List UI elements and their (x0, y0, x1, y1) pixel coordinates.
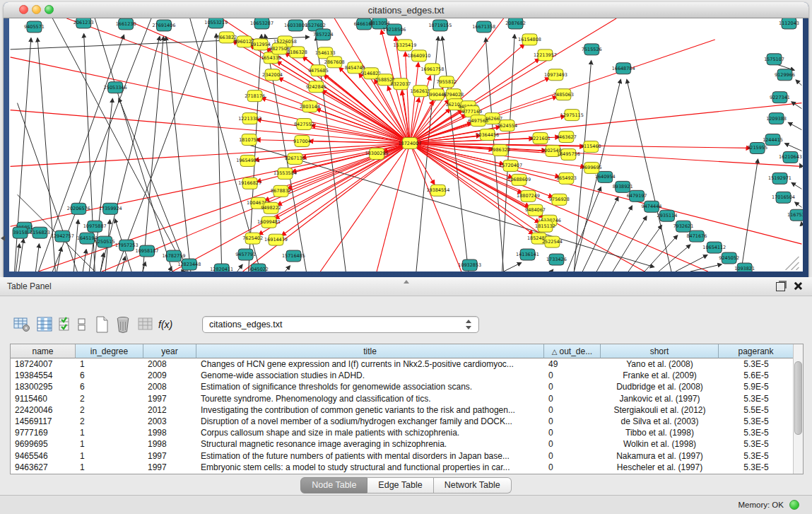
graph-node[interactable]: 9129966 (775, 69, 795, 81)
graph-edge-red[interactable] (410, 144, 801, 245)
column-visibility-icon[interactable] (35, 315, 54, 334)
graph-node[interactable]: 8221601 (530, 133, 551, 144)
graph-node[interactable]: 9405571 (24, 21, 45, 33)
graph-node[interactable]: 1156823 (30, 227, 50, 238)
table-panel-titlebar[interactable]: Table Panel (0, 277, 812, 296)
graph-node[interactable]: 15192971 (768, 173, 792, 184)
graph-edge-red[interactable] (11, 144, 410, 167)
graph-node[interactable]: 2522544 (542, 236, 563, 247)
column-header-pagerank[interactable]: pagerank (719, 344, 794, 358)
column-header-out_de[interactable]: △out_de... (544, 344, 601, 358)
graph-node[interactable]: 9484067 (525, 204, 546, 216)
table-settings-icon[interactable] (13, 315, 31, 334)
graph-edge-red[interactable] (11, 110, 410, 144)
graph-node[interactable]: 10932853 (458, 259, 481, 271)
graph-edge-red[interactable] (261, 98, 410, 144)
graph-edge-red[interactable] (377, 144, 410, 271)
graph-node[interactable]: 18640910 (407, 50, 430, 62)
graph-node[interactable]: 9115460 (581, 141, 601, 153)
graph-edge-black[interactable] (800, 164, 802, 168)
graph-node[interactable]: 7955812 (436, 76, 457, 88)
function-builder-icon[interactable]: f(x) (158, 315, 177, 334)
graph-node[interactable]: 27691406 (152, 20, 175, 31)
graph-node[interactable]: 9242845 (306, 81, 326, 93)
graph-edge-black[interactable] (796, 80, 801, 86)
float-panel-icon[interactable] (776, 282, 785, 291)
graph-node[interactable]: 1209388 (766, 113, 787, 124)
graph-edge-black[interactable] (795, 202, 802, 207)
graph-edge-black[interactable] (792, 183, 801, 189)
tab-node-table[interactable]: Node Table (300, 477, 367, 493)
table-row[interactable]: 969969511998Structural magnetic resonanc… (11, 438, 794, 450)
graph-node[interactable]: 1250515 (95, 236, 115, 247)
graph-node[interactable]: 7625402 (242, 233, 263, 244)
graph-node[interactable]: 12213383 (238, 113, 261, 124)
combo-stepper-icon[interactable] (464, 319, 472, 330)
graph-node[interactable]: 9475685 (308, 65, 329, 76)
graph-node[interactable]: 8186328 (287, 47, 307, 58)
graph-node[interactable]: 9245052 (719, 252, 739, 264)
graph-node[interactable]: 1815132 (535, 221, 555, 232)
graph-node[interactable]: 8427552 (294, 119, 314, 130)
table-row[interactable]: 946362711997Embryonic stem cells: a mode… (11, 462, 794, 473)
graph-node[interactable]: 10958187 (136, 245, 159, 257)
graph-node[interactable]: 12823448 (177, 259, 201, 270)
graph-edge-black[interactable] (567, 187, 601, 271)
graph-edge-black[interactable] (166, 37, 191, 271)
graph-edge-black[interactable] (659, 245, 690, 271)
column-header-name[interactable]: name (11, 344, 76, 358)
graph-node[interactable]: 9654923 (556, 173, 577, 184)
scrollbar-thumb[interactable] (794, 361, 802, 435)
graph-edge-black[interactable] (122, 257, 125, 271)
graph-node[interactable]: 8678832 (271, 185, 291, 197)
graph-edge-black[interactable] (100, 253, 104, 271)
table-vertical-scrollbar[interactable] (793, 344, 803, 474)
window-titlebar[interactable]: citations_edges.txt (4, 2, 808, 18)
network-canvas[interactable]: 9405571206123316612302769140610553219106… (9, 18, 803, 271)
graph-node[interactable]: 17359924 (99, 203, 122, 214)
graph-edge-black[interactable] (741, 159, 758, 271)
graph-node[interactable]: 19384554 (426, 185, 449, 196)
graph-node[interactable]: 1575107 (764, 54, 784, 65)
graph-node[interactable]: 16154808 (518, 34, 541, 45)
canvas-resize-grip[interactable] (786, 257, 799, 270)
graph-node[interactable]: 9699695 (582, 162, 602, 173)
graph-node[interactable]: 9498222 (261, 202, 281, 214)
graph-node[interactable]: 17016504 (772, 192, 795, 203)
tab-network-table[interactable]: Network Table (434, 477, 512, 493)
graph-node[interactable]: 1661230 (116, 18, 136, 30)
graph-node[interactable]: 3624554 (497, 120, 517, 132)
graph-node[interactable]: 15720407 (499, 160, 522, 171)
graph-edge-black[interactable] (582, 197, 618, 271)
graph-node[interactable]: 8322037 (391, 78, 411, 90)
graph-node[interactable]: 19166827 (238, 177, 261, 189)
graph-edge-black[interactable] (785, 144, 802, 151)
graph-node[interactable]: 8215955 (747, 143, 767, 154)
graph-node[interactable]: 16099481 (257, 216, 281, 228)
graph-node[interactable]: 12942757 (51, 230, 74, 242)
table-disabled-icon[interactable] (136, 315, 155, 334)
table-row[interactable]: 977716911998Corpus callosum shape and si… (11, 427, 794, 438)
graph-node[interactable]: 1733426 (546, 254, 567, 265)
graph-node[interactable]: 16782759 (162, 250, 185, 262)
graph-edge-black[interactable] (551, 269, 553, 271)
graph-edge-black[interactable] (645, 235, 677, 271)
tab-edge-table[interactable]: Edge Table (367, 477, 433, 493)
graph-edge-black[interactable] (237, 264, 242, 271)
graph-node[interactable]: 6497568 (468, 115, 488, 127)
graph-edge-black[interactable] (116, 18, 211, 271)
graph-node[interactable]: 10653287 (250, 18, 273, 29)
graph-node[interactable]: 8267130 (285, 153, 305, 164)
graph-node[interactable]: 13553584 (273, 168, 297, 179)
graph-node[interactable]: 12820411 (210, 264, 233, 271)
graph-node[interactable]: 2061233 (73, 18, 94, 28)
graph-node[interactable]: 19654985 (236, 155, 259, 166)
graph-node[interactable]: 15716485 (282, 250, 305, 262)
graph-edge-black[interactable] (789, 122, 802, 129)
graph-node[interactable]: 39158 (13, 227, 28, 238)
graph-node[interactable]: 1093821 (734, 263, 755, 271)
table-row[interactable]: 1938455462009Genome-wide association stu… (11, 370, 794, 381)
panel-collapse-arrow-icon[interactable] (1, 235, 5, 241)
table-row[interactable]: 911546021997Tourette syndrome. Phenomeno… (11, 393, 794, 404)
graph-node[interactable]: 16961758 (420, 64, 444, 75)
